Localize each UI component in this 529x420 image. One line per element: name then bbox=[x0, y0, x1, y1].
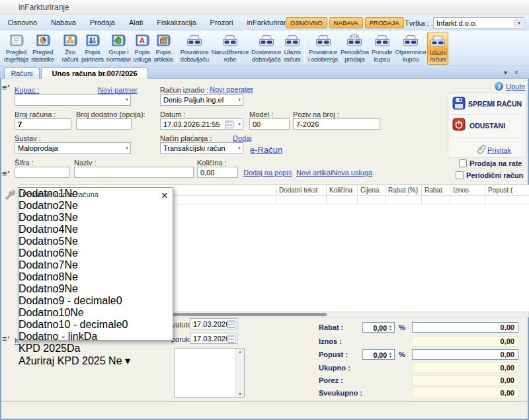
sifra-field[interactable] bbox=[15, 167, 69, 178]
setting-row[interactable]: Dodatno3Ne bbox=[19, 212, 173, 224]
calendar-icon[interactable] bbox=[225, 120, 233, 128]
ribbon-pregled-statistike[interactable]: Pregledstatistike bbox=[30, 32, 56, 65]
setting-row[interactable]: Dodatno - linkDa bbox=[19, 331, 173, 343]
ribbon-povratnice-odobrenja[interactable]: Povratnicei odobrenja bbox=[307, 32, 339, 65]
racun-izradio-select[interactable]: Denis Paljuh ing.el ▾ bbox=[160, 94, 243, 106]
setting-row[interactable]: Dodatno4Ne bbox=[19, 224, 173, 235]
save-icon[interactable] bbox=[452, 97, 466, 110]
rabat-percent-stepper[interactable]: 0,00 ▲▼ bbox=[362, 322, 395, 333]
chevron-down-icon[interactable]: ▾ bbox=[126, 145, 128, 151]
kolicina-field[interactable]: 0,00 bbox=[197, 167, 238, 178]
ribbon-otpremnice-kupcu[interactable]: Otpremnicekupcu bbox=[393, 32, 427, 65]
chevron-down-icon[interactable]: ▾ bbox=[514, 19, 523, 27]
chevron-down-icon[interactable]: ▾ bbox=[126, 97, 128, 103]
ribbon-ponude-kupcu[interactable]: Ponudekupcu bbox=[370, 32, 394, 65]
setting-row-azuriraj-kpd-2025[interactable]: Ažuriraj KPD 2025 Ne ▾ bbox=[19, 355, 173, 367]
paperclip-icon[interactable] bbox=[477, 145, 486, 154]
ribbon-narudzbenice-robe[interactable]: Narudžbenicerobe bbox=[210, 32, 250, 65]
e-racun-link[interactable]: e-Račun bbox=[250, 145, 282, 155]
tab-dropdown-icon[interactable]: ▾ bbox=[504, 69, 507, 76]
company-select[interactable]: Infarkt d.o.o. ▾ bbox=[433, 17, 524, 28]
rabat-value[interactable]: 0,00 bbox=[412, 322, 518, 333]
spinner-down-icon[interactable]: ▼ bbox=[389, 355, 392, 358]
prodaja-na-rate-checkbox[interactable] bbox=[459, 159, 467, 167]
close-icon[interactable]: × bbox=[161, 190, 171, 198]
ribbon-ziro-racuni[interactable]: Žiroračuni bbox=[60, 32, 80, 65]
dodaj-na-popis-link[interactable]: Dodaj na popis bbox=[243, 169, 292, 177]
ribbon-povratnice-dobavljacu[interactable]: Povratnicedobavljaču bbox=[179, 32, 210, 65]
datum-field[interactable]: 17.03.2026 21:55 ▾ bbox=[160, 118, 243, 130]
quick-prodaja-button[interactable]: PRODAJA bbox=[365, 17, 404, 28]
chevron-down-icon[interactable]: ▾ bbox=[238, 145, 241, 151]
odustani-button[interactable]: ODUSTANI bbox=[469, 122, 505, 130]
popust-value[interactable]: 0,00 bbox=[412, 349, 518, 360]
setting-row-kpd-2025[interactable]: KPD 2025Da bbox=[19, 343, 173, 355]
periodicni-racun-checkbox[interactable] bbox=[456, 171, 464, 179]
setting-row[interactable]: Dodatno2Ne bbox=[19, 200, 173, 212]
wrench-icon[interactable] bbox=[3, 187, 15, 200]
menu-nabava[interactable]: Nabava bbox=[51, 19, 76, 26]
ribbon-popis-partnera[interactable]: Popispartnera bbox=[80, 32, 105, 65]
datum-poruke-field[interactable]: 17.03.2026 bbox=[190, 333, 237, 344]
spinner-up-icon[interactable]: ▲ bbox=[389, 352, 392, 355]
dodaj-link[interactable]: Dodaj bbox=[233, 134, 252, 142]
calendar-icon[interactable] bbox=[227, 335, 235, 343]
novi-artikal-link[interactable]: Novi artikal bbox=[296, 169, 332, 177]
ribbon-grupe-normativi[interactable]: Grupe inormativi bbox=[105, 32, 132, 65]
menu-prodaja[interactable]: Prodaja bbox=[90, 19, 115, 26]
tab-close-icon[interactable]: × bbox=[514, 69, 518, 76]
tab-racuni[interactable]: Računi bbox=[4, 67, 40, 79]
calendar-icon[interactable] bbox=[227, 320, 235, 328]
spremi-racun-button[interactable]: SPREMI RAČUN bbox=[468, 100, 522, 108]
poziv-na-broj-field[interactable]: 7-2026 bbox=[293, 118, 380, 130]
menu-prozori[interactable]: Prozori bbox=[210, 19, 233, 26]
ribbon-pregled-izvjestaja[interactable]: Pregledizvještaja bbox=[3, 32, 30, 65]
spinner-up-icon[interactable]: ▲ bbox=[389, 325, 392, 327]
setting-row[interactable]: Dodatno9 - decimale0 bbox=[19, 295, 173, 307]
setting-row[interactable]: Dodatno5Ne bbox=[19, 235, 173, 247]
datum-valute-field[interactable]: 17.03.2026 bbox=[190, 318, 237, 329]
kupac-select[interactable]: ▾ bbox=[15, 94, 131, 106]
broj-racuna-field[interactable]: 7 bbox=[15, 118, 71, 130]
chevron-down-icon[interactable]: ▾ bbox=[238, 97, 241, 103]
ribbon-ulazni-racuni[interactable]: Ulazniračuni bbox=[282, 32, 302, 65]
popust-percent-stepper[interactable]: 0,00 ▲▼ bbox=[362, 349, 395, 360]
upute-link[interactable]: Upute bbox=[506, 83, 525, 91]
chevron-down-icon[interactable]: ▾ bbox=[125, 355, 130, 366]
ribbon-izlazni-racuni[interactable]: Izlazniračuni bbox=[427, 32, 448, 65]
nova-usluga-link[interactable]: Nova usluga bbox=[332, 169, 372, 177]
ribbon-periodicna-prodaja[interactable]: Periodičnaprodaja bbox=[339, 32, 370, 65]
privitak-link[interactable]: Privitak bbox=[487, 146, 511, 154]
setting-row[interactable]: Dodatno10 - decimale0 bbox=[19, 319, 173, 331]
novi-partner-link[interactable]: Novi partner bbox=[98, 86, 138, 94]
model-field[interactable]: 00 bbox=[249, 118, 290, 130]
quick-osnovno-button[interactable]: OSNOVNO bbox=[286, 17, 327, 28]
power-icon[interactable] bbox=[452, 118, 466, 131]
menu-fiskalizacija[interactable]: Fiskalizacija bbox=[157, 19, 196, 26]
hamburger-menu-icon[interactable]: ≡▾ bbox=[2, 84, 10, 92]
textarea-scrollbar[interactable]: ▲ ▼ bbox=[235, 349, 244, 397]
setting-row[interactable]: Dodatno10Ne bbox=[19, 307, 173, 319]
setting-row[interactable]: Dodatno9Ne bbox=[19, 283, 173, 295]
spinner-down-icon[interactable]: ▼ bbox=[389, 328, 392, 331]
setting-row[interactable]: Dodatno8Ne bbox=[19, 271, 173, 283]
quick-nabava-button[interactable]: NABAVA bbox=[329, 17, 363, 28]
tab-unos-racuna[interactable]: Unos računa br.007/2026 bbox=[41, 67, 148, 79]
ribbon-dostavnice-dobavljaca[interactable]: Dostavnicedobavljača bbox=[250, 32, 282, 65]
ribbon-popis-artikala[interactable]: Popisartikala bbox=[152, 32, 174, 65]
novi-operater-link[interactable]: Novi operater bbox=[210, 85, 253, 93]
hamburger-menu-icon[interactable]: ≡▾ bbox=[2, 170, 10, 178]
broj-dodatno-field[interactable] bbox=[76, 118, 132, 130]
hamburger-menu-icon[interactable]: ≡▾ bbox=[2, 335, 10, 343]
setting-row[interactable]: Dodatno6Ne bbox=[19, 247, 173, 259]
kupac-link[interactable]: Kupac : bbox=[15, 86, 39, 94]
chevron-down-icon[interactable]: ▾ bbox=[238, 120, 241, 126]
napomena-textarea[interactable]: ▲ ▼ bbox=[174, 348, 245, 398]
sustav-select[interactable]: Maloprodaja ▾ bbox=[15, 142, 131, 154]
menu-alati[interactable]: Alati bbox=[129, 19, 143, 26]
ribbon-popis-usluga[interactable]: A Popisusluga bbox=[132, 32, 153, 65]
menu-osnovno[interactable]: Osnovno bbox=[8, 19, 37, 26]
naziv-field[interactable] bbox=[74, 167, 194, 178]
nacin-placanja-select[interactable]: Transakcijski račun ▾ bbox=[160, 142, 243, 154]
scrollbar-thumb[interactable] bbox=[173, 313, 327, 316]
